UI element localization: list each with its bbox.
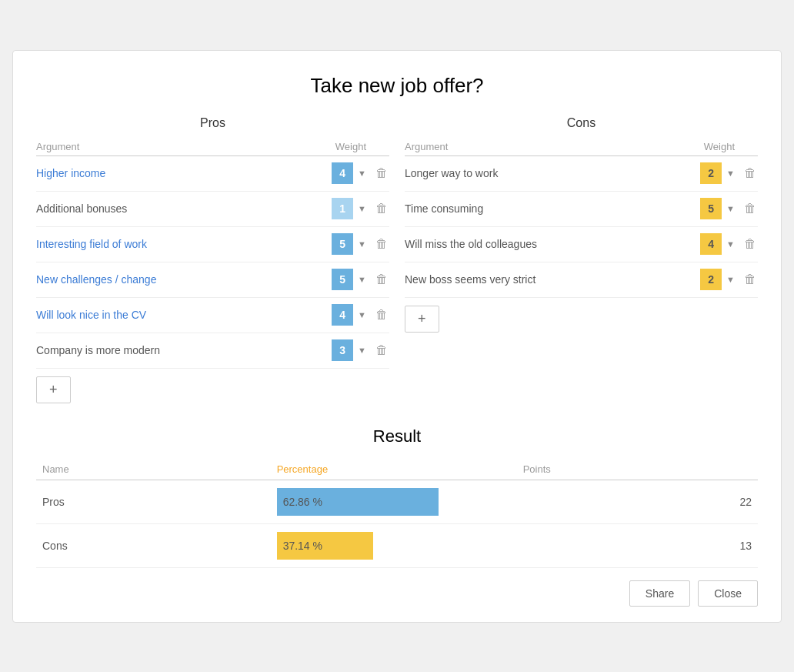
cons-row-argument: Time consuming: [405, 202, 696, 215]
cons-weight-dropdown[interactable]: ▼: [726, 169, 735, 178]
pros-row: Additional bonuses 1 ▼ 🗑: [36, 192, 389, 227]
cons-delete-button[interactable]: 🗑: [742, 272, 758, 286]
cons-weight-badge: 2: [700, 162, 722, 184]
share-button[interactable]: Share: [629, 580, 690, 607]
result-pct-bar: 37.14 %: [277, 532, 373, 560]
main-card: Take new job offer? Pros Argument Weight…: [12, 50, 782, 623]
close-button[interactable]: Close: [698, 580, 758, 607]
pros-section: Pros Argument Weight Higher income 4 ▼ 🗑…: [36, 116, 389, 403]
pros-weight-cell: 5 ▼ 🗑: [328, 269, 389, 290]
cons-weight-badge: 2: [700, 269, 722, 290]
cons-weight-cell: 5 ▼ 🗑: [696, 198, 758, 219]
pros-delete-button[interactable]: 🗑: [374, 308, 389, 322]
cons-add-button[interactable]: +: [405, 306, 439, 333]
cons-weight-cell: 4 ▼ 🗑: [696, 233, 758, 255]
cons-weight-badge: 5: [700, 198, 722, 219]
pros-weight-dropdown[interactable]: ▼: [358, 346, 366, 355]
result-pct-bar: 62.86 %: [277, 488, 439, 516]
pros-rows: Higher income 4 ▼ 🗑 Additional bonuses 1…: [36, 156, 389, 369]
pros-row: Interesting field of work 5 ▼ 🗑: [36, 227, 389, 262]
pros-delete-button[interactable]: 🗑: [374, 202, 389, 216]
pros-col-weight: Weight: [328, 141, 389, 152]
pros-weight-dropdown[interactable]: ▼: [358, 169, 366, 178]
result-row-pct-cell: 62.86 %: [271, 480, 517, 523]
cons-weight-badge: 4: [700, 233, 722, 255]
tables-row: Pros Argument Weight Higher income 4 ▼ 🗑…: [36, 116, 758, 403]
result-col-percentage: Percentage: [271, 459, 517, 480]
result-table: Name Percentage Points Pros 62.86 % 22 C…: [36, 459, 758, 568]
pros-title: Pros: [36, 116, 389, 130]
result-pct-bar-wrap: 37.14 %: [277, 532, 511, 560]
pros-weight-cell: 4 ▼ 🗑: [328, 162, 389, 184]
pros-row-argument: New challenges / change: [36, 273, 328, 286]
pros-row: New challenges / change 5 ▼ 🗑: [36, 262, 389, 298]
pros-weight-badge: 5: [332, 269, 353, 290]
cons-row-argument: Longer way to work: [405, 167, 696, 179]
pros-delete-button[interactable]: 🗑: [374, 237, 389, 251]
cons-col-weight: Weight: [696, 141, 758, 152]
pros-row: Will look nice in the CV 4 ▼ 🗑: [36, 298, 389, 333]
result-table-row: Pros 62.86 % 22: [36, 480, 758, 523]
result-row-points: 13: [517, 523, 758, 567]
pros-weight-cell: 5 ▼ 🗑: [328, 233, 389, 255]
result-pct-bar-wrap: 62.86 %: [277, 488, 511, 516]
cons-weight-dropdown[interactable]: ▼: [726, 275, 735, 284]
result-row-pct-cell: 37.14 %: [271, 523, 517, 567]
pros-weight-badge: 3: [332, 339, 353, 361]
cons-delete-button[interactable]: 🗑: [742, 166, 758, 180]
pros-row-argument: Additional bonuses: [36, 202, 328, 215]
pros-weight-dropdown[interactable]: ▼: [358, 204, 366, 213]
cons-title: Cons: [405, 116, 758, 130]
result-rows: Pros 62.86 % 22 Cons 37.14 % 13: [36, 480, 758, 567]
pros-row-argument: Company is more modern: [36, 344, 328, 356]
pros-weight-badge: 4: [332, 304, 353, 326]
main-title: Take new job offer?: [36, 74, 758, 98]
pros-weight-badge: 1: [332, 198, 353, 219]
cons-col-headers: Argument Weight: [405, 138, 758, 156]
pros-weight-dropdown[interactable]: ▼: [358, 310, 366, 319]
cons-col-argument: Argument: [405, 141, 696, 152]
cons-row-argument: New boss seems very strict: [405, 273, 696, 286]
result-row-points: 22: [517, 480, 758, 523]
cons-row-argument: Will miss the old colleagues: [405, 238, 696, 250]
pros-col-argument: Argument: [36, 141, 328, 152]
cons-row: Longer way to work 2 ▼ 🗑: [405, 156, 758, 192]
result-section: Result Name Percentage Points Pros 62.86…: [36, 426, 758, 568]
result-row-name: Pros: [36, 480, 271, 523]
cons-weight-dropdown[interactable]: ▼: [726, 204, 735, 213]
pros-weight-cell: 1 ▼ 🗑: [328, 198, 389, 219]
result-row-name: Cons: [36, 523, 271, 567]
cons-delete-button[interactable]: 🗑: [742, 202, 758, 216]
result-title: Result: [36, 426, 758, 446]
pros-weight-dropdown[interactable]: ▼: [358, 275, 366, 284]
pros-delete-button[interactable]: 🗑: [374, 166, 389, 180]
result-table-header: Name Percentage Points: [36, 459, 758, 480]
pros-row: Company is more modern 3 ▼ 🗑: [36, 333, 389, 369]
pros-weight-dropdown[interactable]: ▼: [358, 239, 366, 249]
pros-row-argument: Higher income: [36, 167, 328, 179]
pros-weight-cell: 4 ▼ 🗑: [328, 304, 389, 326]
cons-row: New boss seems very strict 2 ▼ 🗑: [405, 262, 758, 298]
cons-row: Will miss the old colleagues 4 ▼ 🗑: [405, 227, 758, 262]
pros-col-headers: Argument Weight: [36, 138, 389, 156]
pros-row: Higher income 4 ▼ 🗑: [36, 156, 389, 192]
cons-section: Cons Argument Weight Longer way to work …: [405, 116, 758, 403]
pros-row-argument: Interesting field of work: [36, 238, 328, 250]
cons-rows: Longer way to work 2 ▼ 🗑 Time consuming …: [405, 156, 758, 298]
footer-buttons: Share Close: [36, 580, 758, 607]
result-col-points: Points: [517, 459, 758, 480]
pros-weight-badge: 4: [332, 162, 353, 184]
result-col-name: Name: [36, 459, 271, 480]
cons-row: Time consuming 5 ▼ 🗑: [405, 192, 758, 227]
cons-delete-button[interactable]: 🗑: [742, 237, 758, 251]
cons-weight-dropdown[interactable]: ▼: [726, 239, 735, 249]
pros-delete-button[interactable]: 🗑: [374, 272, 389, 286]
pros-weight-cell: 3 ▼ 🗑: [328, 339, 389, 361]
pros-row-argument: Will look nice in the CV: [36, 309, 328, 321]
pros-weight-badge: 5: [332, 233, 353, 255]
cons-weight-cell: 2 ▼ 🗑: [696, 269, 758, 290]
pros-add-button[interactable]: +: [36, 376, 71, 403]
result-table-row: Cons 37.14 % 13: [36, 523, 758, 567]
pros-delete-button[interactable]: 🗑: [374, 343, 389, 357]
cons-weight-cell: 2 ▼ 🗑: [696, 162, 758, 184]
